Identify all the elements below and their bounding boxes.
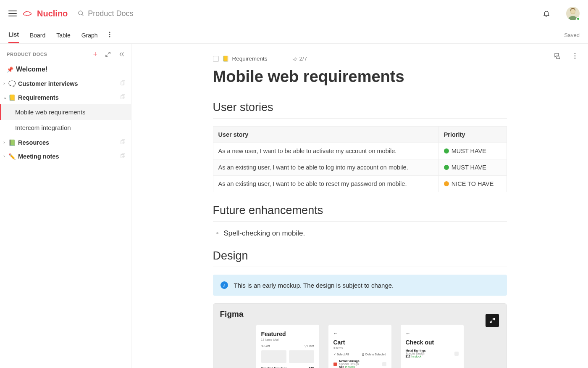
tree-item[interactable]: ⌄📒Requirements	[0, 90, 131, 104]
tree-item[interactable]: ›🗨️Customer interviews	[0, 77, 131, 90]
svg-point-16	[575, 56, 576, 57]
svg-rect-7	[122, 81, 125, 84]
breadcrumb-emoji: 📒	[222, 56, 229, 62]
figma-embed[interactable]: Figma Featured18 items total⇅ Sort▽ Filt…	[213, 303, 507, 368]
mockup: ←Cart3 items✓ Select All🗑 Delete Selecte…	[328, 325, 391, 368]
heading-design[interactable]: Design	[213, 249, 507, 267]
clone-icon[interactable]	[120, 139, 126, 146]
notification-icon[interactable]	[543, 10, 550, 17]
add-item-icon[interactable]: +	[93, 50, 97, 58]
view-tab-list[interactable]: List	[8, 31, 19, 43]
tree-child[interactable]: Intercom integration	[0, 120, 131, 135]
view-tab-board[interactable]: Board	[30, 32, 45, 43]
search-placeholder: Product Docs	[88, 9, 133, 18]
svg-point-17	[575, 58, 576, 59]
svg-point-3	[571, 9, 575, 13]
svg-point-15	[575, 53, 576, 54]
info-icon: i	[220, 281, 228, 289]
heading-future[interactable]: Future enhancements	[213, 204, 507, 222]
tree-item[interactable]: ›📗Resources	[0, 135, 131, 149]
svg-point-6	[109, 36, 110, 37]
svg-point-4	[109, 32, 110, 33]
search-field[interactable]: Product Docs	[78, 9, 133, 18]
column-header: User story	[213, 127, 438, 143]
callout-text: This is an early mockup. The design is s…	[234, 282, 394, 289]
presence-dot	[576, 17, 580, 21]
document-area: 📒 Requirements 2/7 Mobile web requiremen…	[131, 44, 588, 368]
column-header: Priority	[438, 127, 507, 143]
clone-icon[interactable]	[120, 94, 126, 101]
brand-logo[interactable]: Nuclino	[23, 9, 68, 19]
sidebar-title: PRODUCT DOCS	[7, 52, 47, 57]
info-callout: i This is an early mockup. The design is…	[213, 275, 507, 296]
tree-item[interactable]: ›✏️Meeting notes	[0, 149, 131, 163]
view-tab-table[interactable]: Table	[56, 32, 70, 43]
svg-rect-14	[121, 154, 124, 158]
doc-checkbox[interactable]	[213, 56, 219, 62]
table-row[interactable]: As an existing user, I want to be able t…	[213, 159, 507, 176]
clone-icon[interactable]	[120, 80, 126, 87]
mockup: Featured18 items total⇅ Sort▽ FilterSeas…	[256, 325, 319, 368]
table-row[interactable]: As an existing user, I want to be able t…	[213, 176, 507, 192]
menu-icon[interactable]	[8, 11, 17, 16]
svg-point-5	[109, 34, 110, 35]
avatar[interactable]	[566, 7, 580, 20]
view-tab-graph[interactable]: Graph	[81, 32, 98, 43]
svg-rect-8	[121, 82, 124, 85]
list-item[interactable]: Spell-checking on mobile.	[215, 229, 507, 238]
svg-line-1	[82, 14, 83, 16]
figma-title: Figma	[220, 310, 500, 319]
table-row[interactable]: As a new user, I want to be able to acti…	[213, 143, 507, 159]
expand-embed-icon[interactable]	[486, 314, 499, 327]
tree-item[interactable]: 📌Welcome!	[0, 62, 131, 77]
collapse-sidebar-icon[interactable]	[118, 51, 124, 57]
breadcrumb-label[interactable]: Requirements	[232, 56, 268, 62]
svg-point-0	[79, 11, 82, 15]
brand-name: Nuclino	[37, 9, 68, 19]
progress-indicator: 2/7	[292, 56, 307, 62]
clone-icon[interactable]	[120, 153, 126, 160]
save-status: Saved	[564, 32, 580, 38]
mockup: ←Check outMetal EarringsSpecial Design$1…	[401, 325, 464, 368]
svg-rect-13	[122, 154, 125, 157]
view-more-icon[interactable]	[109, 32, 110, 39]
maximize-icon[interactable]	[105, 51, 111, 57]
svg-rect-11	[122, 140, 125, 143]
svg-rect-10	[121, 95, 124, 99]
comments-icon[interactable]	[554, 52, 561, 60]
tree-child[interactable]: Mobile web requirements	[0, 104, 131, 120]
svg-rect-12	[121, 140, 124, 144]
doc-more-icon[interactable]	[571, 52, 579, 60]
heading-user-stories[interactable]: User stories	[213, 101, 507, 119]
svg-rect-9	[122, 95, 125, 98]
doc-title[interactable]: Mobile web requirements	[213, 68, 507, 86]
pin-icon: 📌	[7, 66, 13, 73]
search-icon	[78, 10, 84, 17]
sidebar: PRODUCT DOCS + 📌Welcome!›🗨️Customer inte…	[0, 44, 131, 368]
future-list[interactable]: Spell-checking on mobile.	[213, 229, 507, 238]
user-stories-table[interactable]: User storyPriority As a new user, I want…	[213, 126, 507, 192]
